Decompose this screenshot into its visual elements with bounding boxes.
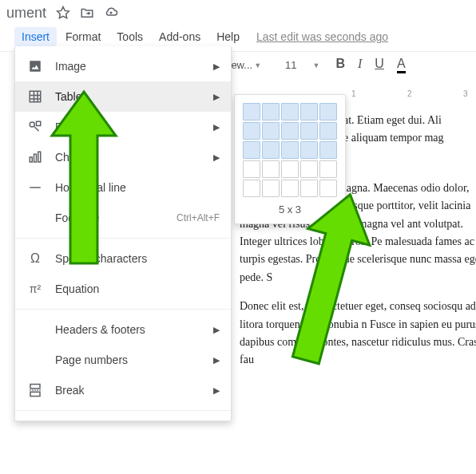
menu-label: Break [55,384,213,397]
menu-item-image[interactable]: Image ▶ [15,51,231,81]
menu-label: Page numbers [55,354,213,366]
menu-addons[interactable]: Add-ons [152,27,208,46]
chevron-down-icon: ▼ [254,61,261,69]
submenu-arrow-icon: ▶ [213,122,220,132]
menu-item-chart[interactable]: Chart ▶ [15,142,231,172]
menu-label: Equation [55,282,220,295]
ruler-tick: 2 [407,89,412,98]
table-cell[interactable] [281,160,299,178]
table-cell[interactable] [319,103,337,120]
svg-rect-2 [30,61,41,72]
table-cell[interactable] [319,141,337,159]
star-icon[interactable] [56,6,70,20]
text-color-button[interactable]: A [397,57,406,73]
menu-item-table[interactable]: Table ▶ [15,81,231,112]
svg-rect-10 [30,157,32,162]
table-cell[interactable] [300,122,318,140]
menu-label: Special characters [55,252,220,265]
table-cell[interactable] [243,160,260,178]
paragraph: at. Etiam eget dui. Ali [343,112,476,129]
menu-help[interactable]: Help [209,27,247,46]
pi-icon: π² [26,282,44,295]
table-cell[interactable] [262,180,280,197]
shortcut-label: Ctrl+Alt+F [177,212,220,223]
move-folder-icon[interactable] [80,6,94,20]
ruler-tick: 3 [463,89,468,98]
table-cell[interactable] [319,122,337,140]
table-cell[interactable] [281,122,299,140]
submenu-arrow-icon: ▶ [213,355,220,365]
table-cell[interactable] [243,141,260,159]
font-size-label: 11 [285,59,296,71]
paragraph: e aliquam tempor mag [343,129,476,147]
menu-item-horizontal-line[interactable]: Horizontal line [15,172,231,203]
menu-separator [15,309,231,310]
svg-rect-15 [30,392,40,396]
drawing-icon [26,120,44,134]
underline-button[interactable]: U [375,57,384,73]
menu-separator [15,410,231,411]
italic-button[interactable]: I [358,57,362,73]
page-break-icon [26,383,44,397]
svg-rect-12 [38,152,41,162]
table-cell[interactable] [243,180,260,197]
last-edit-link[interactable]: Last edit was seconds ago [256,30,388,43]
menu-item-special-characters[interactable]: Ω Special characters [15,243,231,274]
submenu-arrow-icon: ▶ [213,61,220,72]
chart-icon [26,150,44,164]
table-cell[interactable] [262,141,280,159]
table-cell[interactable] [243,122,260,140]
image-icon [26,59,44,73]
table-grid[interactable] [243,103,337,197]
menu-item-drawing[interactable]: Drawing ▶ [15,112,231,142]
paragraph: Donec elit est, consectetuer eget, conse… [240,298,476,369]
table-cell[interactable] [319,180,337,197]
font-size-dropdown[interactable]: 11 ▼ [285,59,319,71]
menu-item-footnote[interactable]: Footnote Ctrl+Alt+F [15,203,231,233]
table-cell[interactable] [281,103,299,120]
svg-rect-9 [37,121,41,125]
cloud-icon[interactable] [104,6,118,20]
bold-button[interactable]: B [335,57,345,73]
svg-point-8 [30,122,34,127]
menu-item-headers-footers[interactable]: Headers & footers ▶ [15,314,231,345]
menu-item-equation[interactable]: π² Equation [15,274,231,304]
table-cell[interactable] [243,103,260,120]
table-cell[interactable] [281,141,299,159]
menu-label: Drawing [55,120,213,133]
table-cell[interactable] [262,160,280,178]
title-bar: ument [0,0,476,26]
document-title: ument [6,5,46,22]
table-cell[interactable] [281,180,299,197]
menu-label: Headers & footers [55,323,213,336]
submenu-arrow-icon: ▶ [213,385,220,396]
table-cell[interactable] [319,160,337,178]
svg-rect-14 [30,385,40,389]
svg-rect-11 [34,154,37,162]
table-cell[interactable] [300,160,318,178]
table-size-picker[interactable]: 5 x 3 [234,94,346,224]
svg-point-1 [110,12,112,14]
menu-label: Image [55,60,213,73]
svg-marker-0 [58,7,69,18]
menu-label: Chart [55,151,213,164]
menu-format[interactable]: Format [58,27,108,46]
menu-label: Footnote [55,211,177,224]
menu-tools[interactable]: Tools [109,27,150,46]
chevron-down-icon: ▼ [313,61,320,69]
omega-icon: Ω [26,251,44,266]
table-cell[interactable] [262,103,280,120]
ruler-tick: 1 [351,89,356,98]
table-cell[interactable] [300,141,318,159]
menu-item-break[interactable]: Break ▶ [15,375,231,405]
table-cell[interactable] [262,122,280,140]
submenu-arrow-icon: ▶ [213,152,220,163]
menu-insert[interactable]: Insert [14,27,57,46]
menu-item-page-numbers[interactable]: Page numbers ▶ [15,345,231,375]
menu-separator [15,238,231,239]
table-size-caption: 5 x 3 [243,203,337,215]
table-cell[interactable] [300,103,318,120]
menu-label: Horizontal line [55,181,220,194]
table-cell[interactable] [300,180,318,197]
horizontal-line-icon [26,180,44,195]
